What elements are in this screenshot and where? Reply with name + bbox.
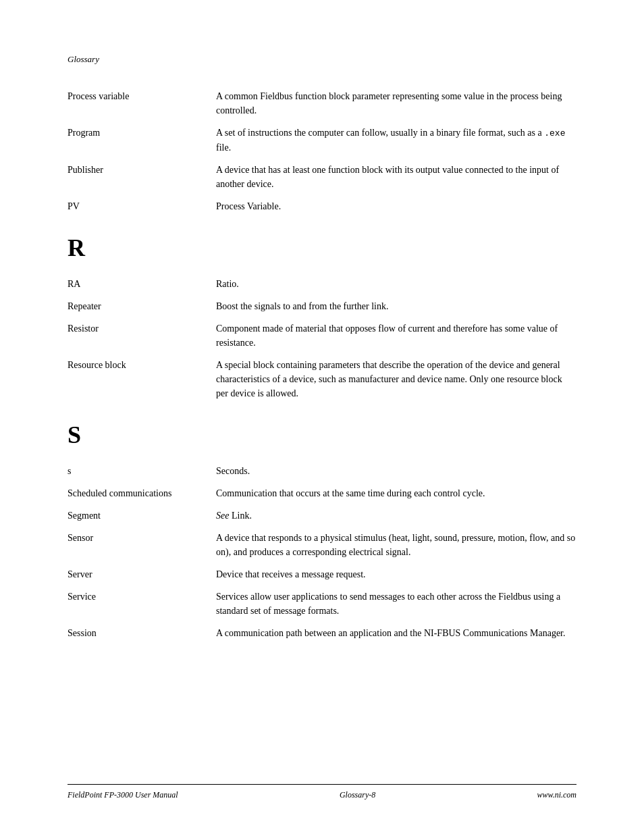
term-resource-block: Resource block [68, 354, 216, 405]
term-repeater: Repeater [68, 295, 216, 317]
def-repeater: Boost the signals to and from the furthe… [216, 295, 576, 317]
def-segment: See Link. [216, 504, 576, 527]
table-row: Repeater Boost the signals to and from t… [68, 295, 576, 317]
footer-center: Glossary-8 [340, 790, 375, 800]
term-session: Session [68, 622, 216, 644]
r-entries-table: RA Ratio. Repeater Boost the signals to … [68, 273, 576, 405]
def-scheduled-communications: Communication that occurs at the same ti… [216, 482, 576, 504]
def-sensor: A device that responds to a physical sti… [216, 527, 576, 563]
italic-see: See [216, 511, 229, 521]
def-session: A communication path between an applicat… [216, 622, 576, 644]
term-sensor: Sensor [68, 527, 216, 563]
section-r-heading: R [68, 234, 576, 262]
table-row: Process variable A common Fieldbus funct… [68, 85, 576, 122]
header-label: Glossary [68, 54, 576, 65]
term-s: s [68, 460, 216, 482]
def-server: Device that receives a message request. [216, 563, 576, 585]
term-resistor: Resistor [68, 317, 216, 354]
term-publisher: Publisher [68, 159, 216, 195]
table-row: Scheduled communications Communication t… [68, 482, 576, 504]
term-program: Program [68, 122, 216, 159]
footer-right: www.ni.com [537, 790, 576, 800]
code-exe: .exe [544, 128, 565, 138]
table-row: Program A set of instructions the comput… [68, 122, 576, 159]
table-row: Server Device that receives a message re… [68, 563, 576, 585]
table-row: Sensor A device that responds to a physi… [68, 527, 576, 563]
page-footer: FieldPoint FP-3000 User Manual Glossary-… [68, 784, 576, 800]
table-row: PV Process Variable. [68, 195, 576, 217]
table-row: Publisher A device that has at least one… [68, 159, 576, 195]
section-s-heading: S [68, 421, 576, 449]
page: Glossary Process variable A common Field… [0, 0, 644, 834]
term-service: Service [68, 585, 216, 622]
table-row: RA Ratio. [68, 273, 576, 295]
def-service: Services allow user applications to send… [216, 585, 576, 622]
def-resource-block: A special block containing parameters th… [216, 354, 576, 405]
table-row: s Seconds. [68, 460, 576, 482]
def-resistor: Component made of material that opposes … [216, 317, 576, 354]
def-ra: Ratio. [216, 273, 576, 295]
def-process-variable: A common Fieldbus function block paramet… [216, 85, 576, 122]
table-row: Resource block A special block containin… [68, 354, 576, 405]
def-pv: Process Variable. [216, 195, 576, 217]
term-server: Server [68, 563, 216, 585]
term-process-variable: Process variable [68, 85, 216, 122]
p-entries-table: Process variable A common Fieldbus funct… [68, 85, 576, 217]
table-row: Session A communication path between an … [68, 622, 576, 644]
s-entries-table: s Seconds. Scheduled communications Comm… [68, 460, 576, 644]
term-segment: Segment [68, 504, 216, 527]
table-row: Resistor Component made of material that… [68, 317, 576, 354]
def-publisher: A device that has at least one function … [216, 159, 576, 195]
def-program: A set of instructions the computer can f… [216, 122, 576, 159]
term-pv: PV [68, 195, 216, 217]
table-row: Service Services allow user applications… [68, 585, 576, 622]
term-ra: RA [68, 273, 216, 295]
table-row: Segment See Link. [68, 504, 576, 527]
term-scheduled-communications: Scheduled communications [68, 482, 216, 504]
footer-left: FieldPoint FP-3000 User Manual [68, 790, 178, 800]
def-s: Seconds. [216, 460, 576, 482]
